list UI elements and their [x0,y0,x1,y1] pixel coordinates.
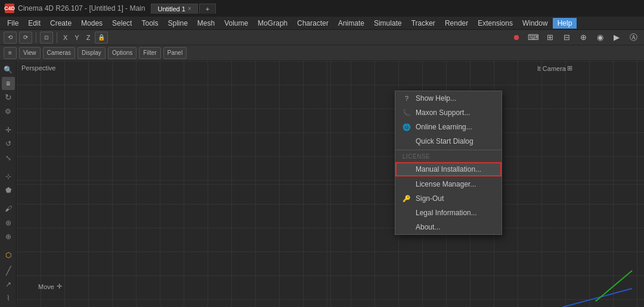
help-manual-installation-item[interactable]: Manual Installation... [395,162,501,176]
user-icon[interactable]: Ⓐ [626,30,640,45]
panel-btn[interactable]: Panel [163,47,187,59]
lock-button[interactable]: 🔒 [95,32,108,44]
cameras-btn[interactable]: Cameras [43,47,76,59]
add-tab-button[interactable]: + [199,4,216,14]
rotate-tool-icon[interactable]: ↺ [2,138,15,150]
sign-out-label: Sign-Out [416,194,444,203]
license-section-label: License [395,151,501,162]
options-btn[interactable]: Options [108,47,137,59]
menu-toggle[interactable]: ≡ [4,47,17,59]
main-layout: 🔍 ≡ ↻ ⚙ ✛ ↺ ⤡ ⊹ ⬟ 🖌 ⊛ ⊕ ⬡ ╱ ↗ ⌇ Perspect… [0,61,644,307]
render-icon[interactable]: ▶ [609,30,624,45]
menu-tools[interactable]: Tools [137,18,163,29]
help-sign-out-item[interactable]: 🔑 Sign-Out [395,191,501,206]
viewport[interactable]: Perspective lt Camera ⊞ Move ✛ ? Show He… [17,61,644,307]
settings-icon[interactable]: ⚙ [2,105,15,117]
menu-simulate[interactable]: Simulate [369,18,407,29]
rotate-icon[interactable]: ↻ [2,91,15,104]
line-tool-icon[interactable]: ╱ [2,264,15,277]
title-text: Cinema 4D R26.107 - [Untitled 1] - Main [18,4,145,13]
scale-tool-icon[interactable]: ⤡ [2,151,15,164]
question-icon: ? [402,94,411,103]
undo-button[interactable]: ⟲ [4,32,17,44]
left-sidebar: 🔍 ≡ ↻ ⚙ ✛ ↺ ⤡ ⊹ ⬟ 🖌 ⊛ ⊕ ⬡ ╱ ↗ ⌇ [0,61,17,307]
menu-select[interactable]: Select [107,18,137,29]
help-maxon-support-item[interactable]: 📞 Maxon Support... [395,106,501,120]
move-label: Move [38,283,54,290]
sculpt-icon[interactable]: ⊛ [2,216,15,229]
redo-button[interactable]: ⟳ [19,32,32,44]
toolbar-sep1 [36,32,36,43]
transform-icon[interactable]: ⊞ [543,30,557,45]
render-view-icon[interactable]: ◉ [593,30,607,45]
tab-label: Untitled 1 [157,5,185,13]
menu-modes[interactable]: Modes [76,18,107,29]
model-icon[interactable]: ⬟ [2,184,15,197]
menu-volume[interactable]: Volume [219,18,253,29]
magnet-icon[interactable]: ⊕ [2,230,15,243]
select-tool-icon[interactable]: ⊹ [2,170,15,182]
quick-start-icon [402,137,411,145]
record-icon[interactable]: ⏺ [509,30,524,45]
camera-settings-icon[interactable]: ⊞ [567,64,572,72]
help-show-help-item[interactable]: ? Show Help... [395,91,501,106]
help-quick-start-item[interactable]: Quick Start Dialog [395,134,501,148]
menu-create[interactable]: Create [45,18,76,29]
display-btn[interactable]: Display [78,47,106,59]
app-icon: C4D [5,4,14,13]
menu-mograph[interactable]: MoGraph [253,18,292,29]
menu-help[interactable]: Help [553,18,577,29]
coord-y-label: Y [72,34,81,41]
view-btn[interactable]: View [19,47,41,59]
active-tab[interactable]: Untitled 1 × [151,4,197,14]
menu-spline[interactable]: Spline [163,18,192,29]
license-manager-label: License Manager... [416,180,476,188]
viewport-perspective-label: Perspective [21,64,55,72]
coord-x-label: X [61,34,70,41]
help-legal-item[interactable]: Legal Information... [395,206,501,220]
toolbar-row2: ≡ View Cameras Display Options Filter Pa… [0,45,644,61]
menu-render[interactable]: Render [440,18,473,29]
legal-icon [402,209,411,217]
phone-icon: 📞 [402,108,411,117]
curve-icon[interactable]: ⌇ [2,292,15,305]
filter-btn[interactable]: Filter [139,47,160,59]
title-bar: C4D Cinema 4D R26.107 - [Untitled 1] - M… [0,0,644,17]
legal-label: Legal Information... [416,209,477,217]
menu-edit[interactable]: Edit [23,18,45,29]
paint-icon[interactable]: 🖌 [2,203,15,215]
snap-button[interactable]: ⊡ [40,32,53,44]
autokey-icon[interactable]: ⌨ [526,30,540,45]
search-icon[interactable]: 🔍 [2,63,15,76]
menu-animate[interactable]: Animate [333,18,369,29]
installation-icon [402,165,411,173]
snap2-icon[interactable]: ⊕ [576,30,590,45]
grid-icon[interactable]: ⊟ [559,30,574,45]
toolbar-row1: ⟲ ⟳ ⊡ X Y Z 🔒 ⏺ ⌨ ⊞ ⊟ ⊕ ◉ ▶ Ⓐ [0,30,644,45]
help-dropdown-menu: ? Show Help... 📞 Maxon Support... 🌐 Onli… [395,91,502,235]
menu-extensions[interactable]: Extensions [473,18,518,29]
horizontal-guide [17,184,644,185]
camera-label: lt Camera ⊞ [537,64,572,72]
quick-start-label: Quick Start Dialog [416,137,473,145]
help-about-item[interactable]: About... [395,220,501,234]
move-indicator: Move ✛ [38,283,62,290]
tab-close-button[interactable]: × [188,5,191,12]
menu-tracker[interactable]: Tracker [407,18,440,29]
help-online-learning-item[interactable]: 🌐 Online Learning... [395,120,501,134]
move-tool-icon[interactable]: ✛ [2,123,15,136]
menu-mesh[interactable]: Mesh [193,18,219,29]
palette-icon[interactable]: ⬡ [2,249,15,262]
arrow-tool-icon[interactable]: ↗ [2,278,15,290]
globe-icon: 🌐 [402,123,411,131]
help-license-manager-item[interactable]: License Manager... [395,177,501,191]
menu-window[interactable]: Window [518,18,553,29]
license-manager-icon [402,180,411,188]
about-icon [402,223,411,231]
menu-character[interactable]: Character [292,18,333,29]
mode-toggle-icon[interactable]: ≡ [2,77,15,89]
manual-installation-label: Manual Installation... [416,165,481,173]
online-learning-label: Online Learning... [416,123,472,131]
coord-z-label: Z [84,34,93,41]
menu-file[interactable]: File [2,18,23,29]
